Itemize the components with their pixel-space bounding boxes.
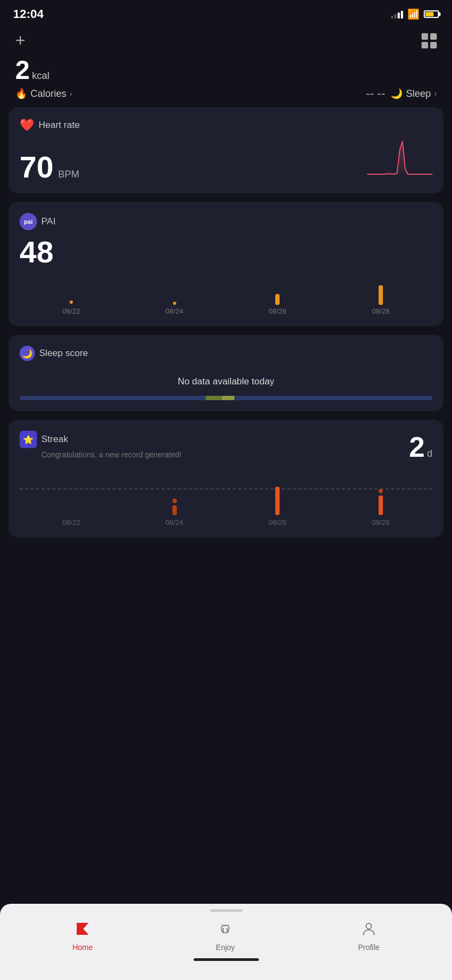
streak-card: ⭐ Streak Congratulations, a new record g… <box>9 420 443 537</box>
heart-rate-unit: BPM <box>58 169 79 180</box>
pai-date-3: 08/26 <box>269 307 287 315</box>
streak-icon: ⭐ <box>20 431 37 448</box>
pai-date-2: 08/24 <box>165 307 183 315</box>
add-button[interactable]: + <box>15 30 26 51</box>
nav-home[interactable]: Home <box>72 921 92 952</box>
streak-title-row: ⭐ Streak <box>20 431 182 448</box>
streak-group-2: 08/24 <box>165 482 183 526</box>
battery-icon: ⚡ <box>424 10 439 18</box>
grid-button[interactable] <box>422 33 437 48</box>
enjoy-label: Enjoy <box>216 943 235 952</box>
heart-rate-header: ❤️ Heart rate <box>20 118 432 132</box>
calorie-unit: kcal <box>32 70 49 82</box>
svg-marker-0 <box>397 142 408 180</box>
top-toolbar: + <box>0 26 452 53</box>
sleep-chevron: › <box>434 89 437 98</box>
streak-subtitle: Congratulations, a new record generated! <box>41 450 182 459</box>
nav-profile[interactable]: Profile <box>358 921 380 952</box>
pai-value: 48 <box>20 237 432 267</box>
sleep-no-data: No data available today <box>20 367 432 394</box>
sleep-link[interactable]: -- -- 🌙 Sleep › <box>366 87 437 101</box>
heart-icon: ❤️ <box>20 118 34 132</box>
streak-left: ⭐ Streak Congratulations, a new record g… <box>20 431 182 459</box>
profile-label: Profile <box>358 943 380 952</box>
heart-rate-content: 70 BPM <box>20 139 432 182</box>
calories-label: Calories <box>30 88 66 100</box>
pai-bar-group-1: 08/22 <box>63 274 81 315</box>
pai-date-4: 08/28 <box>372 307 390 315</box>
sleep-score-icon: 🌙 <box>20 346 35 361</box>
pai-card: pai PAI 48 08/22 08/24 <box>9 202 443 326</box>
sleep-bar-container <box>20 396 432 400</box>
streak-date-4: 08/28 <box>372 518 390 526</box>
sleep-dashes: -- -- <box>366 87 385 101</box>
streak-group-1: 08/22 <box>63 482 81 526</box>
wifi-icon: 📶 <box>407 8 419 20</box>
enjoy-icon <box>217 921 233 941</box>
pai-chart: 08/22 08/24 08/26 08/28 <box>20 272 432 315</box>
pai-date-1: 08/22 <box>63 307 81 315</box>
streak-date-1: 08/22 <box>63 518 81 526</box>
calories-chevron: › <box>70 89 72 98</box>
streak-bars-row: 08/22 08/24 08/26 <box>20 483 432 526</box>
status-icons: 📶 ⚡ <box>391 8 439 20</box>
heart-rate-card: ❤️ Heart rate 70 BPM <box>9 107 443 193</box>
pai-title: PAI <box>41 216 55 227</box>
streak-unit: d <box>427 448 432 460</box>
header-section: 2 kcal 🔥 Calories › -- -- 🌙 Sleep › <box>0 53 452 107</box>
signal-icon <box>391 10 403 19</box>
home-icon <box>75 921 91 941</box>
pai-bar-group-2: 08/24 <box>165 274 183 315</box>
sleep-score-header: 🌙 Sleep score <box>20 346 432 361</box>
streak-group-4: 08/28 <box>372 482 390 526</box>
streak-chart: 08/22 08/24 08/26 <box>20 472 432 526</box>
svg-point-1 <box>366 923 371 929</box>
nav-enjoy[interactable]: Enjoy <box>216 921 235 952</box>
streak-value: 2 <box>409 431 425 463</box>
bottom-nav-bg: Home Enjoy Profile <box>0 904 452 980</box>
status-bar: 12:04 📶 ⚡ <box>0 0 452 26</box>
pai-bar-group-4: 08/28 <box>372 274 390 315</box>
streak-value-row: 2 d <box>409 431 432 463</box>
streak-header: ⭐ Streak Congratulations, a new record g… <box>20 431 432 463</box>
pai-icon: pai <box>20 213 37 230</box>
home-label: Home <box>72 943 92 952</box>
sleep-label: Sleep <box>406 88 431 100</box>
flame-icon: 🔥 <box>15 88 27 100</box>
pai-header: pai PAI <box>20 213 432 230</box>
streak-group-3: 08/26 <box>269 482 287 526</box>
home-bar <box>194 958 259 961</box>
streak-title: Streak <box>41 434 68 445</box>
status-time: 12:04 <box>13 7 44 21</box>
heart-rate-title: Heart rate <box>39 120 80 131</box>
sleep-score-card: 🌙 Sleep score No data available today <box>9 335 443 411</box>
heart-rate-chart <box>367 139 432 182</box>
profile-icon <box>361 921 377 941</box>
heart-rate-value: 70 <box>20 150 53 184</box>
streak-date-2: 08/24 <box>165 518 183 526</box>
calorie-value: 2 <box>15 57 30 83</box>
calories-link[interactable]: 🔥 Calories › <box>15 88 72 100</box>
moon-icon: 🌙 <box>391 88 403 100</box>
bottom-nav: Home Enjoy Profile <box>0 912 452 958</box>
sleep-score-title: Sleep score <box>39 348 88 359</box>
pai-bar-group-3: 08/26 <box>269 274 287 315</box>
streak-date-3: 08/26 <box>269 518 287 526</box>
